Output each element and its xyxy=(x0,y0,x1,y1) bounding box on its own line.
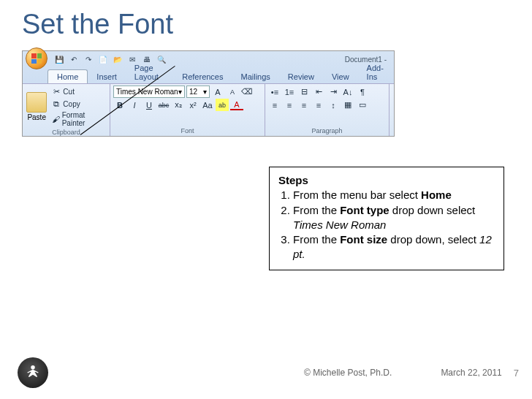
font-name-select[interactable]: Times New Roman▾ xyxy=(113,86,185,98)
open-icon[interactable]: 📂 xyxy=(112,53,123,65)
subscript-button[interactable]: x₂ xyxy=(172,99,185,111)
slide-footer: © Michelle Post, Ph.D. March 22, 2011 7 xyxy=(0,357,532,388)
tab-add-ins[interactable]: Add-Ins xyxy=(358,61,394,83)
scissors-icon: ✂ xyxy=(51,86,61,96)
group-clipboard: Paste ✂Cut ⧉Copy 🖌Format Painter Clipboa… xyxy=(23,84,110,136)
borders-button[interactable]: ▭ xyxy=(356,99,369,111)
tab-view[interactable]: View xyxy=(323,70,358,83)
word-ribbon-screenshot: 💾 ↶ ↷ 📄 📂 ✉ 🖶 🔍 Document1 - Home Insert … xyxy=(22,50,395,137)
align-center-button[interactable]: ≡ xyxy=(283,99,296,111)
justify-button[interactable]: ≡ xyxy=(312,99,325,111)
group-paragraph: •≡ 1≡ ⊟ ⇤ ⇥ A↓ ¶ ≡ ≡ ≡ ≡ ↕ ▦ ▭ xyxy=(265,84,390,136)
redo-icon[interactable]: ↷ xyxy=(83,53,94,65)
save-icon[interactable]: 💾 xyxy=(53,53,65,65)
quick-access-toolbar: 💾 ↶ ↷ 📄 📂 ✉ 🖶 🔍 Document1 - xyxy=(23,51,394,67)
group-font: Times New Roman▾ 12▾ A A ⌫ B I U abc x₂ … xyxy=(110,84,265,136)
grow-font-button[interactable]: A xyxy=(211,86,224,98)
font-color-button[interactable]: A xyxy=(230,99,243,110)
shading-button[interactable]: ▦ xyxy=(341,99,354,111)
clear-format-button[interactable]: ⌫ xyxy=(240,86,254,98)
step-3: From the Font size drop down, select 12 … xyxy=(293,232,495,262)
ribbon-tabs: Home Insert Page Layout References Maili… xyxy=(23,67,394,83)
step-2: From the Font type drop down select Time… xyxy=(293,203,495,233)
group-label-font: Font xyxy=(113,126,262,136)
tab-review[interactable]: Review xyxy=(279,70,323,83)
change-case-button[interactable]: Aa xyxy=(201,99,214,111)
italic-button[interactable]: I xyxy=(128,99,141,111)
line-spacing-button[interactable]: ↕ xyxy=(327,99,340,111)
slide-title: Set the Font xyxy=(0,0,532,46)
copy-icon: ⧉ xyxy=(51,99,61,109)
paste-button[interactable]: Paste xyxy=(26,92,48,121)
ribbon-groups: Paste ✂Cut ⧉Copy 🖌Format Painter Clipboa… xyxy=(23,83,394,136)
footer-page-number: 7 xyxy=(514,368,519,379)
footer-date: March 22, 2011 xyxy=(441,368,501,378)
tab-home[interactable]: Home xyxy=(48,69,88,83)
chevron-down-icon: ▾ xyxy=(203,88,207,96)
multilist-button[interactable]: ⊟ xyxy=(297,86,311,98)
step-1: From the menu bar select Home xyxy=(293,188,495,202)
tab-mailings[interactable]: Mailings xyxy=(232,70,279,83)
paste-icon xyxy=(26,92,47,113)
highlight-button[interactable]: ab xyxy=(216,99,229,111)
show-marks-button[interactable]: ¶ xyxy=(356,86,369,98)
copy-button[interactable]: ⧉Copy xyxy=(49,98,107,110)
underline-button[interactable]: U xyxy=(142,99,156,111)
bullets-button[interactable]: •≡ xyxy=(268,86,281,98)
tab-insert[interactable]: Insert xyxy=(88,70,126,83)
steps-callout: Steps From the menu bar select Home From… xyxy=(269,167,504,270)
svg-point-0 xyxy=(31,365,35,370)
steps-header: Steps xyxy=(278,173,495,188)
cut-button[interactable]: ✂Cut xyxy=(49,86,107,97)
shrink-font-button[interactable]: A xyxy=(226,86,239,98)
superscript-button[interactable]: x² xyxy=(186,99,200,111)
office-button[interactable] xyxy=(26,48,48,69)
format-painter-button[interactable]: 🖌Format Painter xyxy=(49,110,107,128)
numbering-button[interactable]: 1≡ xyxy=(283,86,296,98)
align-left-button[interactable]: ≡ xyxy=(268,99,281,111)
group-label-clipboard: Clipboard xyxy=(26,128,107,137)
undo-icon[interactable]: ↶ xyxy=(68,53,80,65)
group-label-paragraph: Paragraph xyxy=(268,126,386,136)
indent-button[interactable]: ⇥ xyxy=(327,86,340,98)
sort-button[interactable]: A↓ xyxy=(341,86,354,98)
strike-button[interactable]: abc xyxy=(157,99,170,111)
tab-references[interactable]: References xyxy=(173,70,232,83)
chevron-down-icon: ▾ xyxy=(178,88,182,96)
font-size-select[interactable]: 12▾ xyxy=(186,86,210,98)
brush-icon: 🖌 xyxy=(51,114,60,124)
outdent-button[interactable]: ⇤ xyxy=(312,86,325,98)
footer-logo-icon xyxy=(18,357,48,388)
new-icon[interactable]: 📄 xyxy=(97,53,109,65)
footer-copyright: © Michelle Post, Ph.D. xyxy=(304,368,392,378)
align-right-button[interactable]: ≡ xyxy=(297,99,311,111)
